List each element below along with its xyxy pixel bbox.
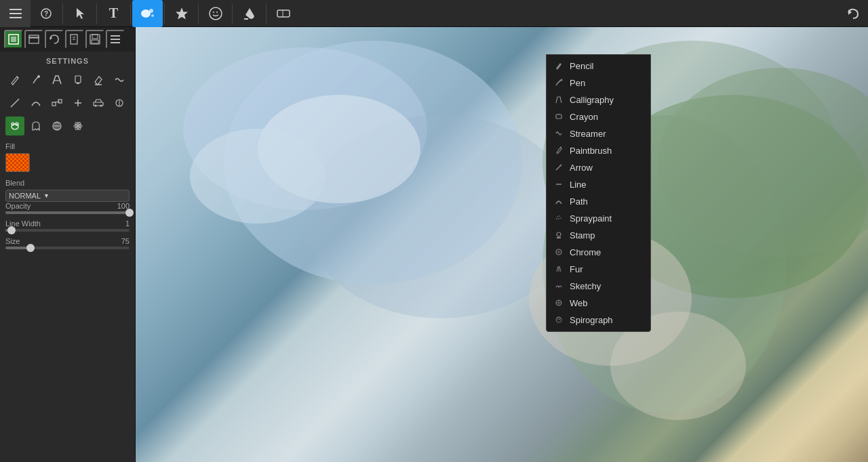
size-slider-row: Size 75	[5, 237, 130, 249]
svg-point-44	[95, 105, 97, 107]
text-tool-button[interactable]: T	[98, 0, 129, 27]
opacity-slider-row: Opacity 100	[5, 202, 130, 214]
brush-tool-button[interactable]	[132, 0, 163, 27]
svg-point-48	[12, 124, 18, 129]
marker-tool[interactable]	[68, 70, 87, 89]
arrow-menu-icon	[555, 163, 564, 173]
calligraphy-tool[interactable]	[47, 70, 66, 89]
brush-option-calligraphy[interactable]: Calligraphy	[547, 91, 650, 108]
layer-green-button[interactable]	[4, 30, 23, 49]
web-label: Web	[570, 298, 588, 308]
spraypaint-menu-icon	[555, 214, 564, 224]
svg-line-31	[17, 77, 18, 78]
settings-title: SETTINGS	[5, 57, 130, 65]
svg-point-78	[556, 218, 557, 219]
blend-value: NORMAL	[9, 192, 41, 200]
brush-option-chrome[interactable]: Chrome	[547, 244, 650, 261]
brush-option-pencil[interactable]: Pencil	[547, 58, 650, 75]
layers-button[interactable]	[24, 30, 43, 49]
streamer-menu-icon	[555, 129, 564, 139]
animal-tool[interactable]	[5, 117, 24, 135]
line-tool[interactable]	[5, 93, 24, 112]
ghost-tool[interactable]	[26, 117, 45, 135]
stamp-menu-icon	[555, 231, 564, 240]
brush-option-spirograph[interactable]: Spirograph	[547, 312, 650, 329]
pencil-tool[interactable]	[5, 70, 24, 89]
tool-grid-row1	[5, 70, 130, 89]
select-icon	[75, 7, 85, 20]
spraypaint-label: Spraypaint	[570, 213, 612, 224]
sketchy-label: Sketchy	[570, 281, 601, 291]
opacity-thumb[interactable]	[125, 209, 134, 217]
separator-2	[96, 3, 97, 24]
blend-dropdown[interactable]: NORMAL ▼	[5, 190, 130, 202]
pen-menu-icon	[555, 79, 564, 88]
new-file-button[interactable]	[65, 30, 84, 49]
curve-tool[interactable]	[26, 93, 45, 112]
save-button[interactable]	[85, 30, 104, 49]
size-value: 75	[121, 237, 130, 245]
brush-option-crayon[interactable]: Crayon	[547, 108, 650, 125]
atom-tool[interactable]	[68, 117, 87, 135]
size-track[interactable]	[5, 247, 130, 249]
node-tool[interactable]	[47, 93, 66, 112]
brush-option-stamp[interactable]: Stamp	[547, 227, 650, 244]
brush-option-streamer[interactable]: Streamer	[547, 125, 650, 142]
brush-option-pen[interactable]: Pen	[547, 75, 650, 91]
menu-button[interactable]	[0, 0, 31, 27]
web-tool[interactable]	[47, 117, 66, 135]
svg-point-70	[561, 79, 563, 81]
eraser-icon	[276, 8, 291, 19]
line-width-thumb[interactable]	[7, 226, 16, 234]
svg-rect-71	[556, 114, 561, 119]
svg-point-92	[557, 317, 560, 320]
crayon-menu-icon	[555, 112, 564, 122]
brush-dropdown-menu: Pencil Pen Calligraphy Crayon	[546, 54, 651, 332]
brush-option-arrow[interactable]: Arrow	[547, 159, 650, 176]
spray-tool-button[interactable]	[200, 0, 231, 27]
svg-rect-0	[9, 9, 22, 10]
clone-tool[interactable]	[68, 93, 87, 112]
separator-6	[232, 3, 233, 24]
line-width-slider-row: Line Width 1	[5, 219, 130, 232]
menu-extra-button[interactable]	[106, 30, 125, 49]
svg-point-55	[77, 125, 79, 127]
size-thumb[interactable]	[26, 244, 35, 252]
svg-point-6	[141, 9, 151, 18]
extra-tool-1[interactable]	[110, 93, 129, 112]
svg-point-8	[151, 14, 154, 17]
brush-option-sketchy[interactable]: Sketchy	[547, 278, 650, 295]
brush-option-paintbrush[interactable]: Paintbrush	[547, 142, 650, 159]
undo-button[interactable]	[837, 0, 868, 27]
pen-tool[interactable]	[26, 70, 45, 89]
fill-label: Fill	[5, 142, 130, 150]
fill-color-box[interactable]	[5, 153, 30, 172]
canvas-area[interactable]: Pencil Pen Calligraphy Crayon	[136, 27, 868, 462]
eraser-tool-side[interactable]	[89, 70, 108, 89]
undo-icon	[846, 7, 860, 20]
brush-option-web[interactable]: Web	[547, 295, 650, 312]
star-tool-button[interactable]	[166, 0, 197, 27]
separator-1	[62, 3, 63, 24]
path-menu-icon	[555, 197, 564, 207]
brush-option-line[interactable]: Line	[547, 176, 650, 193]
help-button[interactable]: ?	[31, 0, 61, 27]
svg-rect-30	[111, 42, 120, 43]
brush-option-fur[interactable]: Fur	[547, 261, 650, 278]
select-tool-button[interactable]	[64, 0, 95, 27]
brush-option-path[interactable]: Path	[547, 193, 650, 210]
history-button[interactable]	[45, 30, 64, 49]
opacity-track[interactable]	[5, 211, 130, 214]
brush-option-spraypaint[interactable]: Spraypaint	[547, 210, 650, 227]
brush-icon	[140, 7, 155, 20]
svg-point-80	[560, 217, 561, 219]
svg-text:?: ?	[43, 10, 47, 18]
crayon-label: Crayon	[570, 112, 598, 122]
svg-rect-35	[77, 83, 79, 84]
eraser-tool-button[interactable]	[268, 0, 298, 27]
svg-rect-2	[9, 17, 22, 18]
car-tool[interactable]	[89, 93, 108, 112]
smudge-tool[interactable]	[110, 70, 129, 89]
fill-tool-button[interactable]	[234, 0, 264, 27]
line-width-track[interactable]	[5, 229, 130, 232]
